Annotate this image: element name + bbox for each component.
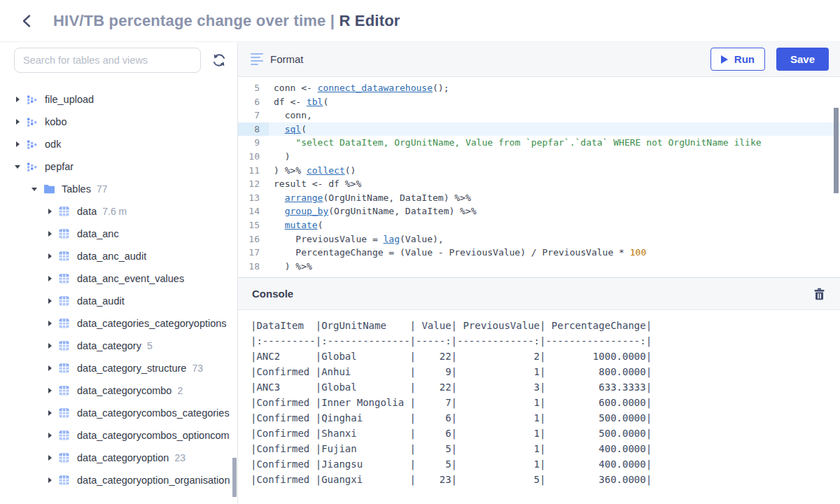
code-line-11[interactable]: 11) %>% collect() (238, 164, 840, 178)
tree-item-data_categories_categoryoptions[interactable]: data_categories_categoryoptions (0, 312, 237, 335)
code-line-13[interactable]: 13 arrange(OrgUnitName, DataItem) %>% (238, 191, 840, 205)
caret-right-icon[interactable] (43, 231, 56, 237)
chevron-left-icon (21, 14, 32, 28)
tree-item-Tables[interactable]: Tables77 (0, 178, 237, 200)
caret-right-icon[interactable] (11, 97, 24, 102)
tree-item-data_category_structure[interactable]: data_category_structure73 (0, 357, 237, 379)
tree-item-data_category[interactable]: data_category5 (0, 335, 237, 357)
caret-right-icon[interactable] (43, 455, 56, 461)
code-line-17[interactable]: 17 PercentageChange = (Value - PreviousV… (238, 246, 840, 260)
caret-right-icon[interactable] (43, 321, 56, 326)
code-line-6[interactable]: 6df <- tbl( (238, 95, 840, 109)
page-title-suffix: R Editor (335, 12, 400, 29)
tree-item-data_anc_audit[interactable]: data_anc_audit (0, 245, 237, 267)
format-label: Format (270, 53, 304, 65)
tree-item-data_audit[interactable]: data_audit (0, 290, 237, 312)
code-text: ) %>% collect() (269, 164, 356, 178)
table-icon (59, 452, 73, 463)
caret-right-icon[interactable] (43, 343, 56, 349)
console-line: |Confirmed |Anhui | 9| 1| 800.0000| (251, 364, 840, 379)
tree-item-data_anc[interactable]: data_anc (0, 223, 237, 245)
code-line-18[interactable]: 18 ) %>% (238, 260, 840, 274)
console-line: |Confirmed |Jiangsu | 5| 1| 400.0000| (251, 456, 840, 472)
caret-right-icon[interactable] (43, 253, 56, 259)
format-icon (251, 53, 263, 66)
code-line-14[interactable]: 14 group_by(OrgUnitName, DataItem) %>% (238, 204, 840, 218)
refresh-button[interactable] (211, 52, 227, 69)
tree-item-data_anc_event_values[interactable]: data_anc_event_values (0, 267, 237, 290)
console-line: |:---------|:--------------|-----:|-----… (251, 333, 840, 349)
code-token: sql (285, 124, 301, 134)
caret-down-icon[interactable] (28, 188, 41, 191)
code-text: PreviousValue = lag(Value), (269, 232, 444, 246)
line-number: 17 (238, 246, 269, 260)
schema-icon (27, 94, 41, 105)
code-token: conn <- (274, 83, 318, 93)
tree-item-odk[interactable]: odk (0, 133, 237, 155)
tree-item-count: 2 (177, 385, 183, 396)
search-input[interactable] (14, 48, 201, 73)
code-line-9[interactable]: 9 "select DataItem, OrgUnitName, Value f… (238, 136, 840, 150)
tree-item-label: pepfar (45, 161, 74, 172)
tree-item-label: Tables (62, 183, 91, 195)
tree-item-count: 5 (147, 340, 153, 351)
caret-right-icon[interactable] (43, 410, 56, 416)
tree-item-count: 73 (192, 363, 203, 374)
schema-icon (27, 161, 41, 172)
editor-scrollbar[interactable] (834, 108, 839, 193)
save-button[interactable]: Save (776, 48, 829, 71)
play-icon (721, 55, 728, 64)
console-line: |Confirmed |Guangxi | 23| 5| 360.0000| (251, 472, 840, 487)
caret-right-icon[interactable] (43, 298, 56, 304)
code-line-10[interactable]: 10 ) (238, 150, 840, 164)
code-line-5[interactable]: 5conn <- connect_datawarehouse(); (238, 81, 840, 95)
code-token: ) %>% (274, 165, 307, 176)
caret-right-icon[interactable] (43, 276, 56, 281)
line-number: 11 (238, 164, 269, 178)
code-token: ( (301, 124, 307, 134)
code-line-8[interactable]: 8 sql( (238, 122, 840, 136)
code-line-7[interactable]: 7 conn, (238, 108, 840, 122)
refresh-icon (211, 52, 227, 68)
code-line-12[interactable]: 12result <- df %>% (238, 177, 840, 191)
code-token: lag (384, 234, 400, 244)
tree-item-count: 77 (97, 183, 108, 195)
sidebar-scrollbar[interactable] (232, 458, 237, 497)
caret-right-icon[interactable] (11, 119, 24, 125)
caret-down-icon[interactable] (11, 165, 24, 169)
console-line: |Confirmed |Inner Mongolia | 7| 1| 600.0… (251, 395, 840, 410)
code-editor[interactable]: 5conn <- connect_datawarehouse();6df <- … (238, 77, 840, 277)
tree-item-pepfar[interactable]: pepfar (0, 155, 237, 178)
tree-item-file_upload[interactable]: file_upload (0, 88, 237, 111)
tree-item-data_categoryoption[interactable]: data_categoryoption23 (0, 447, 237, 469)
caret-right-icon[interactable] (43, 433, 56, 438)
tree-item-data_categorycombos_optioncom[interactable]: data_categorycombos_optioncom (0, 424, 237, 447)
caret-right-icon[interactable] (43, 209, 56, 214)
code-token: PreviousValue = (274, 234, 384, 244)
caret-right-icon[interactable] (43, 388, 56, 393)
code-line-16[interactable]: 16 PreviousValue = lag(Value), (238, 232, 840, 246)
tree-item-label: odk (45, 139, 61, 150)
tree-item-label: data_categorycombos_categories (77, 407, 230, 419)
tree-item-data_categorycombo[interactable]: data_categorycombo2 (0, 379, 237, 402)
caret-right-icon[interactable] (43, 365, 56, 371)
code-token: () (345, 165, 356, 176)
tree-item-kobo[interactable]: kobo (0, 111, 237, 133)
code-token: (OrgUnitName, DataItem) %>% (323, 192, 470, 203)
code-text: mutate( (269, 218, 323, 232)
tree-item-data_categorycombos_categories[interactable]: data_categorycombos_categories (0, 402, 237, 424)
code-token: ( (323, 97, 328, 107)
table-icon (59, 475, 73, 486)
tree-item-data_categoryoption_organisation[interactable]: data_categoryoption_organisation (0, 469, 237, 491)
caret-right-icon[interactable] (11, 141, 24, 147)
format-button[interactable]: Format (251, 53, 304, 66)
back-button[interactable] (17, 11, 36, 31)
tree-item-data[interactable]: data7.6 m (0, 200, 237, 223)
run-label: Run (734, 53, 755, 65)
caret-right-icon[interactable] (43, 477, 56, 483)
table-icon (59, 251, 73, 262)
code-token: ) %>% (274, 261, 312, 272)
clear-console-button[interactable] (812, 287, 826, 301)
run-button[interactable]: Run (710, 48, 765, 71)
code-line-15[interactable]: 15 mutate( (238, 218, 840, 232)
